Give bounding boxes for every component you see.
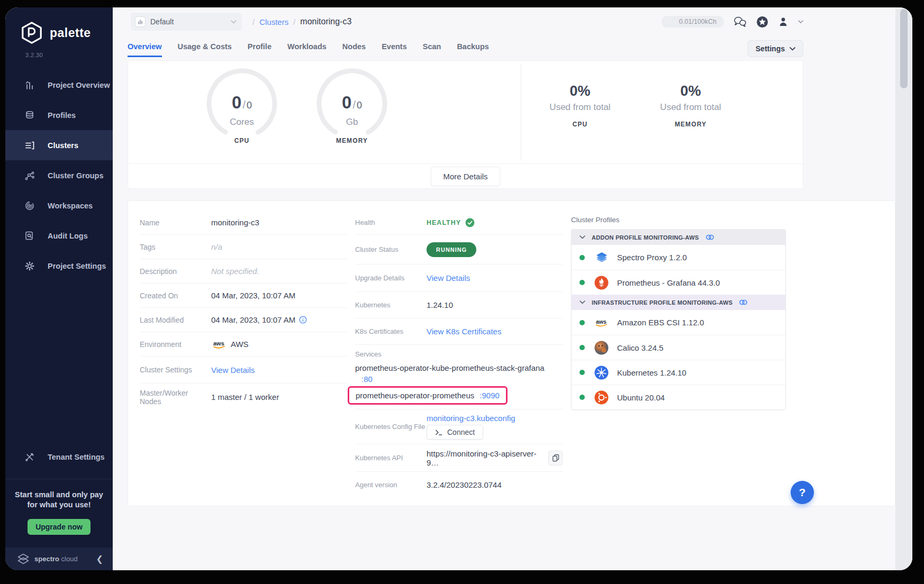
sidebar-item-workspaces[interactable]: Workspaces — [5, 190, 113, 221]
sidebar-item-cluster-groups[interactable]: Cluster Groups — [5, 160, 113, 190]
sidebar-item-label: Audit Logs — [48, 232, 88, 240]
profile-row-ubuntu[interactable]: Ubuntu 20.04 — [572, 385, 785, 409]
project-selector-value: Default — [150, 17, 174, 26]
cluster-profiles-accordion: ADDON PROFILE MONITORING-AWS — [571, 229, 786, 410]
tab-nodes[interactable]: Nodes — [342, 42, 366, 57]
tabs-row: Overview Usage & Costs Profile Workloads… — [128, 40, 803, 57]
profile-pack-name: Prometheus - Grafana 44.3.0 — [617, 278, 720, 287]
chevron-down-icon — [231, 20, 237, 24]
prometheus-logo — [594, 276, 609, 290]
profile-row-amazon-ebs-csi[interactable]: aws Amazon EBS CSI 1.12.0 — [572, 310, 785, 335]
profile-pack-name: Kubernetes 1.24.10 — [617, 368, 686, 377]
footer-brand-light: cloud — [61, 555, 78, 563]
page: palette 3.2.30 Project Overview — [0, 0, 924, 584]
link-icon[interactable] — [739, 299, 748, 306]
upgrade-now-button[interactable]: Upgrade now — [28, 519, 90, 535]
palette-logo-icon — [20, 21, 43, 44]
tab-backups[interactable]: Backups — [457, 42, 488, 57]
cluster-profiles-title: Cluster Profiles — [571, 216, 786, 224]
row-health: Health HEALTHY — [355, 211, 563, 235]
project-selector[interactable]: Default — [131, 13, 242, 31]
scrollbar-track[interactable] — [895, 7, 912, 570]
cluster-name-value: monitoring-c3 — [211, 218, 259, 227]
sidebar-item-profiles[interactable]: Profiles — [5, 100, 113, 130]
sidebar-collapse-icon[interactable]: ❮ — [96, 555, 103, 563]
cluster-settings-link[interactable]: View Details — [211, 366, 255, 375]
upgrade-promo: Start small and only pay for what you us… — [5, 479, 113, 548]
profile-pack-name: Spectro Proxy 1.2.0 — [617, 253, 687, 262]
details-middle-column: Health HEALTHY Cluster Status RUNNING Up… — [355, 211, 563, 497]
tools-icon — [24, 452, 35, 462]
row-tags: Tags n/a — [140, 235, 347, 259]
sidebar-item-audit-logs[interactable]: Audit Logs — [5, 221, 113, 251]
row-cluster-status: Cluster Status RUNNING — [355, 235, 563, 264]
chevron-down-icon[interactable] — [798, 20, 803, 24]
sidebar-item-tenant-settings[interactable]: Tenant Settings — [5, 442, 113, 472]
status-dot — [579, 320, 585, 325]
memory-usage-caption: MEMORY — [640, 121, 741, 128]
concentric-circles-icon — [24, 200, 35, 211]
status-dot — [579, 345, 585, 350]
upgrade-details-link[interactable]: View Details — [427, 273, 470, 282]
svg-text:aws: aws — [213, 340, 224, 346]
status-dot — [579, 280, 585, 285]
copy-button[interactable] — [548, 451, 563, 466]
addon-profile-header[interactable]: ADDON PROFILE MONITORING-AWS — [572, 230, 785, 245]
link-icon[interactable] — [705, 234, 714, 241]
spectro-proxy-logo — [594, 250, 609, 264]
profile-row-calico[interactable]: Calico 3.24.5 — [572, 335, 785, 360]
infrastructure-profile-header[interactable]: INFRASTRUCTURE PROFILE MONITORING-AWS — [572, 295, 785, 310]
breadcrumb-current: monitoring-c3 — [300, 17, 351, 26]
last-modified-value: 04 Mar, 2023, 10:07 AM — [211, 315, 295, 324]
service-port-link[interactable]: :80 — [361, 375, 373, 384]
tab-overview[interactable]: Overview — [128, 42, 162, 57]
tab-events[interactable]: Events — [382, 42, 407, 57]
cpu-usage-stat: 0% Used from total CPU — [530, 83, 630, 128]
sidebar-item-project-settings[interactable]: Project Settings — [5, 251, 113, 281]
list-icon — [24, 140, 35, 151]
tab-profile[interactable]: Profile — [248, 42, 271, 57]
scrollbar-thumb[interactable] — [900, 9, 908, 88]
topbar-right: 0.01/100kCh — [662, 16, 803, 28]
tab-workloads[interactable]: Workloads — [287, 42, 327, 57]
metrics-divider — [521, 64, 521, 160]
row-created-on: Created On 04 Mar, 2023, 10:07 AM — [140, 284, 347, 308]
sidebar-item-label: Profiles — [48, 111, 76, 120]
profile-pack-name: Calico 3.24.5 — [617, 343, 664, 352]
breadcrumb-clusters-link[interactable]: Clusters — [259, 17, 288, 26]
memory-usage-stat: 0% Used from total MEMORY — [640, 83, 741, 128]
k8s-certificates-link[interactable]: View K8s Certificates — [427, 327, 501, 336]
calico-logo — [594, 341, 609, 355]
row-kubernetes-version: Kubernetes 1.24.10 — [355, 292, 563, 318]
details-left-column: Name monitoring-c3 Tags n/a Description … — [140, 211, 347, 410]
info-icon[interactable] — [299, 316, 307, 324]
profile-row-prometheus-grafana[interactable]: Prometheus - Grafana 44.3.0 — [572, 270, 785, 295]
connect-button[interactable]: Connect — [427, 425, 483, 440]
user-icon[interactable] — [777, 16, 789, 28]
kubernetes-api-value: https://monitoring-c3-apiserver-9… — [427, 449, 544, 467]
main-area: Default / Clusters / monitoring-c3 0.01/… — [113, 7, 895, 570]
tab-scan[interactable]: Scan — [423, 42, 441, 57]
memory-total-value: 0 — [357, 100, 362, 111]
tab-usage-costs[interactable]: Usage & Costs — [178, 42, 232, 57]
star-circle-icon[interactable] — [756, 16, 768, 28]
more-details-button[interactable]: More Details — [431, 167, 500, 186]
chat-bubbles-icon[interactable] — [733, 16, 747, 28]
breadcrumb: / Clusters / monitoring-c3 — [252, 17, 351, 26]
help-button[interactable]: ? — [791, 481, 814, 504]
sidebar-item-label: Tenant Settings — [48, 453, 105, 461]
environment-value: AWS — [231, 340, 249, 349]
profile-row-spectro-proxy[interactable]: Spectro Proxy 1.2.0 — [572, 245, 785, 270]
service-port-link[interactable]: :9090 — [479, 391, 500, 400]
settings-button[interactable]: Settings — [748, 40, 803, 57]
copy-icon — [552, 454, 559, 462]
services-label: Services — [355, 350, 563, 358]
chevron-down-icon — [579, 300, 585, 304]
kubeconfig-download-link[interactable]: monitoring-c3.kubeconfig — [427, 414, 515, 423]
topbar: Default / Clusters / monitoring-c3 0.01/… — [128, 13, 803, 31]
memory-gauge-caption: MEMORY — [307, 137, 397, 144]
bar-chart-icon — [24, 80, 35, 90]
sidebar-item-project-overview[interactable]: Project Overview — [5, 70, 113, 100]
profile-row-kubernetes[interactable]: Kubernetes 1.24.10 — [572, 360, 785, 385]
sidebar-item-clusters[interactable]: Clusters — [5, 130, 113, 160]
